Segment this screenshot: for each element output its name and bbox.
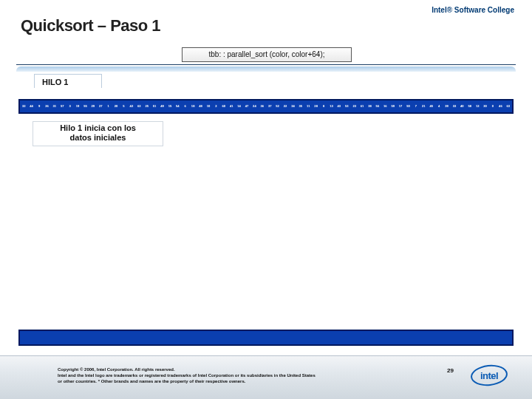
slide: Intel® Software College Quicksort – Paso… <box>0 0 532 399</box>
empty-data-row <box>18 330 514 346</box>
data-cell: 14 <box>235 100 242 112</box>
data-cell: 26 <box>43 100 50 112</box>
data-cell: 10 <box>205 100 212 112</box>
brand-header: Intel® Software College <box>432 6 514 14</box>
data-cell: 47 <box>243 100 250 112</box>
copyright-line-1: Copyright © 2006, Intel Corporation. All… <box>58 367 175 372</box>
caption-line-1: Hilo 1 inicia con los <box>60 123 136 132</box>
data-cell: 2 <box>212 100 219 112</box>
data-cell: 54 <box>174 100 181 112</box>
data-cell: 9 <box>35 100 43 112</box>
caption-line-2: datos iniciales <box>70 133 126 142</box>
data-cell: 62 <box>135 100 143 112</box>
caption-box: Hilo 1 inicia con los datos iniciales <box>33 121 163 146</box>
data-cell: 1 <box>104 100 112 112</box>
data-cell: 53 <box>343 100 350 112</box>
data-cell: 40 <box>458 100 466 112</box>
data-cell: 22 <box>282 100 289 112</box>
data-cell: 31 <box>51 100 58 112</box>
data-cell: 29 <box>89 100 97 112</box>
data-cell: 6 <box>182 100 189 112</box>
data-cell: 15 <box>166 100 174 112</box>
intel-logo-text: intel <box>480 370 498 381</box>
data-row: 3244926315731955292712054262255149155461… <box>18 99 514 114</box>
data-cell: 19 <box>74 100 81 112</box>
data-cell: 49 <box>158 100 166 112</box>
slide-number: 29 <box>447 367 454 374</box>
data-cell: 36 <box>259 100 266 112</box>
data-cell: 17 <box>397 100 404 112</box>
data-cell: 34 <box>289 100 296 112</box>
data-cell: 20 <box>112 100 120 112</box>
data-cell: 41 <box>228 100 235 112</box>
data-cell: 63 <box>505 100 512 112</box>
data-cell: 45 <box>428 100 435 112</box>
data-cell: 7 <box>412 100 420 112</box>
data-cell: 3 <box>66 100 73 112</box>
data-cell: 11 <box>304 100 312 112</box>
data-cell: 12 <box>474 100 481 112</box>
data-cell: 4 <box>435 100 443 112</box>
data-cell: 24 <box>250 100 258 112</box>
data-cell: 48 <box>197 100 204 112</box>
data-cell: 18 <box>189 100 197 112</box>
data-cell: 13 <box>327 100 335 112</box>
data-cell: 37 <box>266 100 273 112</box>
data-cell: 50 <box>404 100 412 112</box>
data-cell: 25 <box>143 100 151 112</box>
data-cell: 57 <box>58 100 66 112</box>
thread-label: HILO 1 <box>34 74 102 88</box>
data-cell: 35 <box>297 100 304 112</box>
data-cell: 61 <box>358 100 366 112</box>
data-cell: 27 <box>97 100 104 112</box>
data-cell: 30 <box>481 100 488 112</box>
data-cell: 28 <box>312 100 319 112</box>
intel-logo: intel <box>471 365 507 386</box>
data-cell: 32 <box>20 100 27 112</box>
data-cell: 42 <box>128 100 135 112</box>
data-cell: 56 <box>374 100 381 112</box>
data-cell: 33 <box>451 100 458 112</box>
data-cell: 58 <box>466 100 474 112</box>
data-cell: 0 <box>489 100 497 112</box>
data-cell: 38 <box>366 100 373 112</box>
copyright-line-3: or other countries. * Other brands and n… <box>58 379 245 383</box>
data-cell: 21 <box>420 100 427 112</box>
data-cell: 43 <box>335 100 343 112</box>
code-snippet: tbb: : parallel_sort (color, color+64); <box>182 47 352 62</box>
data-cell: 52 <box>273 100 281 112</box>
data-cell: 59 <box>389 100 397 112</box>
copyright-line-2: Intel and the Intel logo are trademarks … <box>58 373 316 378</box>
data-cell: 60 <box>220 100 228 112</box>
data-cell: 16 <box>381 100 389 112</box>
data-cell: 55 <box>81 100 89 112</box>
data-cell: 23 <box>350 100 358 112</box>
copyright-text: Copyright © 2006, Intel Corporation. All… <box>58 366 443 384</box>
slide-title: Quicksort – Paso 1 <box>21 16 160 35</box>
data-cell: 46 <box>497 100 504 112</box>
data-cell: 44 <box>27 100 35 112</box>
footer-bar: Copyright © 2006, Intel Corporation. All… <box>0 355 532 399</box>
data-cell: 5 <box>120 100 127 112</box>
data-cell: 39 <box>443 100 450 112</box>
data-cell: 8 <box>320 100 327 112</box>
data-cell: 51 <box>151 100 158 112</box>
